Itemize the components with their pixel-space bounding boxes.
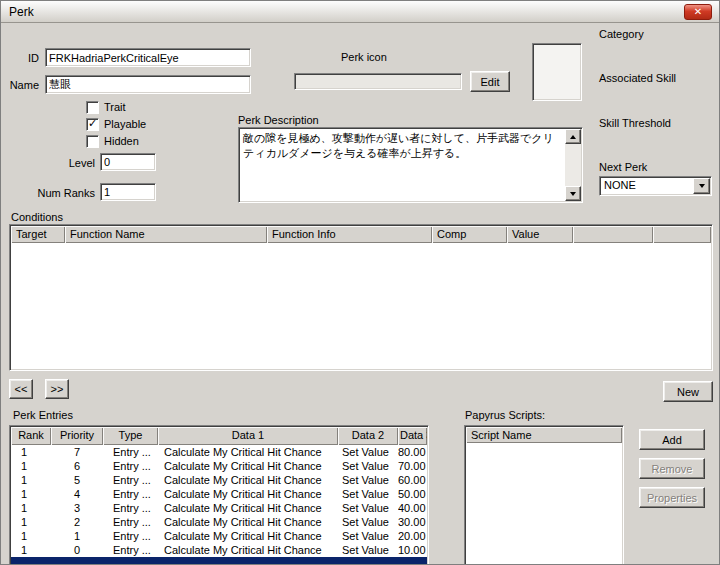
id-label: ID bbox=[1, 52, 39, 64]
cell-type: Entry ... bbox=[103, 529, 158, 543]
perk-entry-row[interactable]: 1 5 Entry ... Calculate My Critical Hit … bbox=[11, 473, 427, 487]
conditions-header-row: Target Function Name Function Info Comp … bbox=[11, 226, 711, 243]
column-header-rank[interactable]: Rank bbox=[11, 427, 51, 445]
cell-priority: 7 bbox=[51, 445, 103, 459]
remove-script-button: Remove bbox=[639, 458, 705, 479]
next-perk-dropdown[interactable]: NONE bbox=[599, 176, 712, 196]
cell-data1: Calculate My Critical Hit Chance bbox=[158, 445, 338, 459]
cell-type: Entry ... bbox=[103, 515, 158, 529]
trait-label: Trait bbox=[104, 101, 126, 113]
cell-priority: 0 bbox=[51, 543, 103, 557]
chevron-down-icon[interactable] bbox=[693, 178, 710, 194]
perk-entry-row[interactable]: 1 1 Entry ... Calculate My Critical Hit … bbox=[11, 529, 427, 543]
cell-rank: 1 bbox=[11, 473, 51, 487]
perk-description-input[interactable]: 敵の隙を見極め、攻撃動作が遅い者に対して、片手武器でクリティカルダメージを与える… bbox=[240, 129, 565, 201]
name-input[interactable] bbox=[45, 75, 251, 94]
perk-entry-row[interactable]: 1 4 Entry ... Calculate My Critical Hit … bbox=[11, 487, 427, 501]
column-header-function-name[interactable]: Function Name bbox=[65, 226, 267, 243]
skill-threshold-label: Skill Threshold bbox=[599, 117, 671, 129]
perk-entry-row[interactable]: 1 6 Entry ... Calculate My Critical Hit … bbox=[11, 459, 427, 473]
perk-entry-row[interactable]: 1 2 Entry ... Calculate My Critical Hit … bbox=[11, 515, 427, 529]
column-header-target[interactable]: Target bbox=[11, 226, 65, 243]
cell-data2: Set Value bbox=[338, 543, 398, 557]
close-button[interactable]: ✕ bbox=[684, 4, 712, 20]
trait-checkbox[interactable] bbox=[86, 101, 99, 114]
cell-data3: 10.00 bbox=[398, 543, 427, 557]
perk-entries-body: 1 7 Entry ... Calculate My Critical Hit … bbox=[11, 445, 427, 564]
perk-entry-row[interactable]: 1 3 Entry ... Calculate My Critical Hit … bbox=[11, 501, 427, 515]
cell-type: Entry ... bbox=[103, 543, 158, 557]
cell-data3: 70.00 bbox=[398, 459, 427, 473]
cell-priority: 1 bbox=[51, 529, 103, 543]
column-header-value[interactable]: Value bbox=[507, 226, 573, 243]
num-ranks-input[interactable] bbox=[100, 183, 156, 201]
category-label: Category bbox=[599, 28, 644, 40]
window-title: Perk bbox=[9, 5, 34, 19]
cell-rank: 1 bbox=[11, 501, 51, 515]
perk-entry-row[interactable]: 1 0 Entry ... Calculate My Critical Hit … bbox=[11, 543, 427, 557]
cell-type: Entry ... bbox=[103, 445, 158, 459]
papyrus-scripts-list[interactable]: Script Name bbox=[464, 425, 624, 565]
column-header-comp[interactable]: Comp bbox=[432, 226, 507, 243]
level-input[interactable] bbox=[100, 153, 156, 171]
column-header-type[interactable]: Type bbox=[103, 427, 158, 445]
edit-perk-icon-button[interactable]: Edit bbox=[470, 71, 510, 92]
cell-data2: Set Value bbox=[338, 515, 398, 529]
perk-entries-label: Perk Entries bbox=[13, 409, 73, 421]
cell-priority: 2 bbox=[51, 515, 103, 529]
cell-data2: Set Value bbox=[338, 529, 398, 543]
new-condition-button[interactable]: New bbox=[663, 381, 713, 402]
perk-description-box: 敵の隙を見極め、攻撃動作が遅い者に対して、片手武器でクリティカルダメージを与える… bbox=[238, 127, 583, 203]
associated-skill-label: Associated Skill bbox=[599, 72, 676, 84]
cell-rank: 1 bbox=[11, 459, 51, 473]
hidden-checkbox[interactable] bbox=[86, 135, 99, 148]
cell-priority: 5 bbox=[51, 473, 103, 487]
description-scrollbar[interactable] bbox=[565, 129, 581, 201]
perk-entries-table[interactable]: Rank Priority Type Data 1 Data 2 Data 3 … bbox=[9, 425, 429, 565]
perk-dialog: Perk ✕ ID Name Trait Playable Hidden Lev… bbox=[0, 0, 720, 565]
cell-type: Entry ... bbox=[103, 487, 158, 501]
cell-data1: Calculate My Critical Hit Chance bbox=[158, 501, 338, 515]
cell-rank: 1 bbox=[11, 487, 51, 501]
column-header-function-info[interactable]: Function Info bbox=[267, 226, 432, 243]
cell-data1: Calculate My Critical Hit Chance bbox=[158, 515, 338, 529]
column-header-priority[interactable]: Priority bbox=[51, 427, 103, 445]
cell-priority: 6 bbox=[51, 459, 103, 473]
conditions-table[interactable]: Target Function Name Function Info Comp … bbox=[9, 224, 713, 371]
cell-data1: Calculate My Critical Hit Chance bbox=[158, 487, 338, 501]
perk-icon-path-input[interactable] bbox=[294, 73, 462, 90]
level-label: Level bbox=[1, 157, 95, 169]
cell-data2: Set Value bbox=[338, 473, 398, 487]
conditions-move-down-button[interactable]: >> bbox=[45, 379, 69, 399]
perk-entry-row[interactable]: 1 7 Entry ... Calculate My Critical Hit … bbox=[11, 445, 427, 459]
perk-entries-header-row: Rank Priority Type Data 1 Data 2 Data 3 bbox=[11, 427, 427, 445]
conditions-label: Conditions bbox=[11, 211, 63, 223]
cell-type: Entry ... bbox=[103, 473, 158, 487]
column-header-script-name[interactable]: Script Name bbox=[466, 427, 622, 443]
cell-priority: 4 bbox=[51, 487, 103, 501]
cell-data2: Set Value bbox=[338, 459, 398, 473]
conditions-move-up-button[interactable]: << bbox=[9, 379, 33, 399]
playable-checkbox[interactable] bbox=[86, 118, 99, 131]
perk-description-label: Perk Description bbox=[238, 114, 319, 126]
perk-entry-row-selected[interactable] bbox=[11, 557, 427, 564]
column-header-data2[interactable]: Data 2 bbox=[338, 427, 398, 445]
cell-type: Entry ... bbox=[103, 459, 158, 473]
cell-data2: Set Value bbox=[338, 445, 398, 459]
cell-data3: 40.00 bbox=[398, 501, 427, 515]
title-bar[interactable]: Perk ✕ bbox=[1, 1, 719, 23]
cell-data3: 60.00 bbox=[398, 473, 427, 487]
scroll-down-icon[interactable] bbox=[565, 186, 581, 201]
column-header-blank[interactable] bbox=[573, 226, 653, 243]
column-header-data3[interactable]: Data 3 bbox=[398, 427, 427, 445]
add-script-button[interactable]: Add bbox=[639, 429, 705, 450]
cell-data3: 30.00 bbox=[398, 515, 427, 529]
column-header-data1[interactable]: Data 1 bbox=[158, 427, 338, 445]
cell-data3: 50.00 bbox=[398, 487, 427, 501]
id-input[interactable] bbox=[45, 48, 251, 67]
perk-icon-label: Perk icon bbox=[341, 51, 387, 63]
cell-data3: 20.00 bbox=[398, 529, 427, 543]
cell-data2: Set Value bbox=[338, 501, 398, 515]
scroll-up-icon[interactable] bbox=[565, 129, 581, 144]
cell-data1: Calculate My Critical Hit Chance bbox=[158, 473, 338, 487]
